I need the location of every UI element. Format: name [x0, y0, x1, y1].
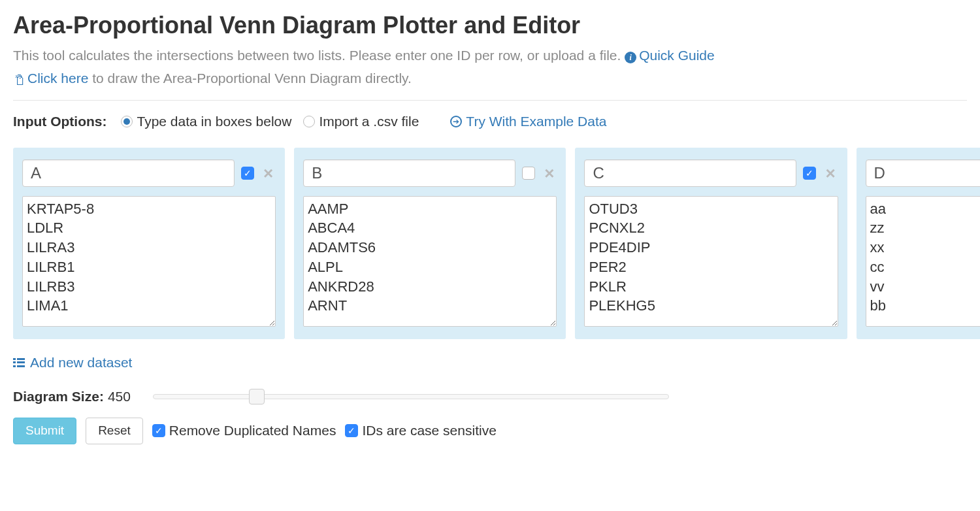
- checkbox-icon: [345, 424, 358, 437]
- dataset-panel-d: ×: [857, 148, 980, 339]
- list-icon: [13, 358, 25, 367]
- dataset-textarea[interactable]: [303, 196, 557, 327]
- panel-head: ×: [22, 159, 276, 187]
- panel-head: ×: [303, 159, 557, 187]
- page-subtitle-2: 🏷Click here to draw the Area-Proportiona…: [13, 69, 967, 88]
- quick-guide-link[interactable]: Quick Guide: [639, 48, 715, 63]
- add-dataset-label: Add new dataset: [30, 355, 132, 371]
- diagram-size-row: Diagram Size:450: [13, 389, 967, 404]
- case-sensitive-label: IDs are case sensitive: [362, 423, 496, 438]
- click-here-rest: to draw the Area-Proportional Venn Diagr…: [88, 71, 412, 86]
- subtitle-text: This tool calculates the intersections b…: [13, 48, 625, 63]
- diagram-size-label: Diagram Size:: [13, 389, 104, 404]
- dataset-textarea[interactable]: [584, 196, 838, 327]
- input-options-row: Input Options: Type data in boxes below …: [13, 114, 967, 129]
- dataset-enabled-checkbox[interactable]: [241, 167, 254, 180]
- dataset-panel-c: ×: [575, 148, 847, 339]
- radio-type-data[interactable]: Type data in boxes below: [121, 114, 291, 129]
- panel-head: ×: [584, 159, 838, 187]
- close-icon[interactable]: ×: [542, 165, 557, 182]
- arrow-right-circle-icon: ➔: [450, 116, 462, 127]
- dataset-name-input[interactable]: [303, 159, 515, 187]
- dataset-enabled-checkbox[interactable]: [803, 167, 816, 180]
- dataset-textarea[interactable]: [22, 196, 276, 327]
- radio-import-csv[interactable]: Import a .csv file: [303, 114, 419, 129]
- radio-icon: [121, 116, 133, 127]
- dataset-panels: × × × ×: [13, 148, 967, 339]
- diagram-size-slider[interactable]: [153, 394, 669, 399]
- dataset-textarea[interactable]: [866, 196, 980, 327]
- page-subtitle: This tool calculates the intersections b…: [13, 46, 967, 65]
- slider-handle[interactable]: [249, 389, 265, 404]
- divider: [13, 100, 967, 101]
- action-row: Submit Reset Remove Duplicated Names IDs…: [13, 418, 967, 444]
- dataset-name-input[interactable]: [22, 159, 235, 187]
- case-sensitive-option[interactable]: IDs are case sensitive: [345, 423, 496, 438]
- dataset-name-input[interactable]: [584, 159, 796, 187]
- close-icon[interactable]: ×: [823, 165, 838, 182]
- radio-type-label: Type data in boxes below: [137, 114, 291, 129]
- click-here-link[interactable]: Click here: [27, 71, 88, 86]
- dataset-panel-b: ×: [294, 148, 566, 339]
- checkbox-icon: [152, 424, 165, 437]
- submit-button[interactable]: Submit: [13, 418, 76, 444]
- remove-duplicates-option[interactable]: Remove Duplicated Names: [152, 423, 336, 438]
- info-icon: i: [625, 48, 636, 63]
- radio-import-label: Import a .csv file: [319, 114, 419, 129]
- example-link-label: Try With Example Data: [466, 114, 606, 129]
- tag-icon: 🏷: [13, 71, 25, 86]
- diagram-size-value: 450: [108, 389, 131, 404]
- reset-button[interactable]: Reset: [86, 418, 143, 444]
- add-dataset-link[interactable]: Add new dataset: [13, 355, 132, 371]
- dataset-name-input[interactable]: [866, 159, 980, 187]
- remove-duplicates-label: Remove Duplicated Names: [169, 423, 336, 438]
- radio-icon: [303, 116, 315, 127]
- example-data-link[interactable]: ➔ Try With Example Data: [450, 114, 606, 129]
- close-icon[interactable]: ×: [261, 165, 276, 182]
- input-options-label: Input Options:: [13, 114, 106, 129]
- panel-head: ×: [866, 159, 980, 187]
- dataset-enabled-checkbox[interactable]: [522, 167, 535, 180]
- dataset-panel-a: ×: [13, 148, 285, 339]
- page-title: Area-Proportional Venn Diagram Plotter a…: [13, 12, 967, 39]
